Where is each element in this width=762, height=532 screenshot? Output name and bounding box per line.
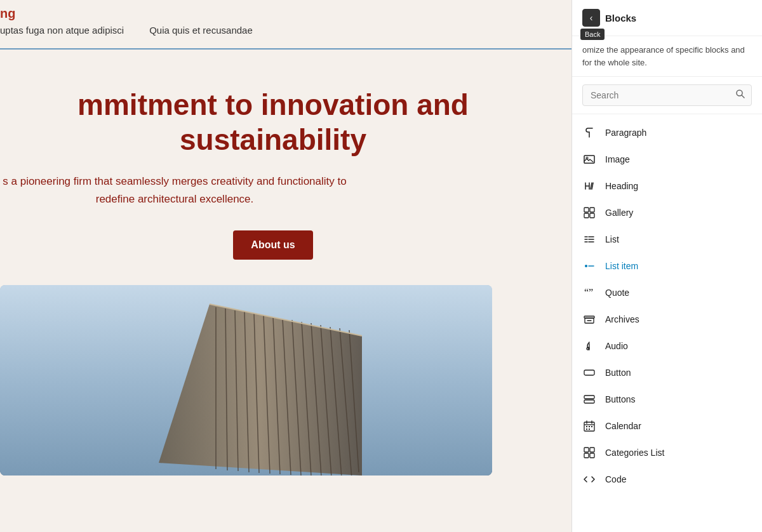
svg-rect-52	[590, 448, 594, 452]
sidebar-description: omize the appearance of specific blocks …	[572, 36, 762, 77]
back-button[interactable]: ‹ Back	[582, 9, 600, 27]
audio-icon	[582, 339, 596, 353]
search-icon	[735, 89, 745, 102]
block-item-archives[interactable]: Archives	[572, 306, 762, 333]
svg-point-32	[585, 265, 587, 267]
blocks-list: Paragraph Image Heading	[572, 114, 762, 498]
chevron-left-icon: ‹	[590, 13, 593, 23]
hero-section: mmitment to innovation and sustainabilit…	[0, 50, 572, 285]
block-item-calendar[interactable]: Calendar	[572, 413, 762, 439]
block-label-button: Button	[605, 368, 631, 378]
svg-line-19	[742, 95, 744, 98]
svg-rect-41	[584, 400, 594, 403]
list-icon	[582, 232, 596, 246]
buttons-icon	[582, 392, 596, 406]
block-label-heading: Heading	[605, 181, 638, 191]
block-item-audio[interactable]: Audio	[572, 333, 762, 359]
block-label-list-item: List item	[605, 261, 638, 271]
block-label-code: Code	[605, 474, 626, 484]
block-item-image[interactable]: Image	[572, 146, 762, 173]
block-label-paragraph: Paragraph	[605, 128, 646, 138]
block-label-buttons: Buttons	[605, 394, 635, 404]
hero-description: s a pioneering firm that seamlessly merg…	[0, 173, 349, 207]
block-item-button[interactable]: Button	[572, 359, 762, 386]
about-us-button[interactable]: About us	[233, 230, 312, 260]
block-item-gallery[interactable]: Gallery	[572, 199, 762, 226]
top-nav: ng uptas fuga non atque adipisci Quia qu…	[0, 0, 572, 50]
categories-list-icon	[582, 446, 596, 460]
svg-rect-40	[584, 396, 594, 399]
svg-rect-24	[584, 213, 589, 218]
main-content: ng uptas fuga non atque adipisci Quia qu…	[0, 0, 572, 532]
svg-text:“”: “”	[584, 287, 593, 298]
image-icon	[582, 152, 596, 166]
block-label-calendar: Calendar	[605, 421, 641, 431]
sidebar-header: ‹ Back Blocks	[572, 0, 762, 36]
search-input[interactable]	[582, 84, 752, 106]
block-item-quote[interactable]: “” Quote	[572, 279, 762, 306]
button-icon	[582, 366, 596, 380]
svg-rect-47	[589, 426, 590, 427]
svg-rect-48	[591, 426, 592, 427]
quote-icon: “”	[582, 286, 596, 300]
search-wrapper	[582, 84, 752, 106]
block-item-buttons[interactable]: Buttons	[572, 386, 762, 413]
code-icon	[582, 472, 596, 486]
paragraph-icon	[582, 126, 596, 140]
block-label-gallery: Gallery	[605, 208, 633, 218]
calendar-icon	[582, 419, 596, 433]
list-item-icon	[582, 259, 596, 273]
block-item-categories-list[interactable]: Categories List	[572, 439, 762, 466]
svg-rect-25	[590, 213, 594, 218]
svg-rect-53	[584, 453, 589, 458]
block-label-quote: Quote	[605, 288, 629, 298]
hero-title: mmitment to innovation and sustainabilit…	[0, 88, 546, 157]
block-label-image: Image	[605, 154, 630, 164]
block-item-list-item[interactable]: List item	[572, 253, 762, 279]
nav-link-2[interactable]: Quia quis et recusandae	[149, 25, 253, 36]
archives-icon	[582, 312, 596, 326]
block-label-audio: Audio	[605, 341, 628, 351]
block-item-code[interactable]: Code	[572, 466, 762, 493]
svg-rect-49	[586, 429, 587, 430]
svg-rect-23	[590, 208, 594, 212]
nav-link-1[interactable]: uptas fuga non atque adipisci	[0, 25, 124, 36]
sidebar: ‹ Back Blocks omize the appearance of sp…	[572, 0, 762, 532]
block-item-paragraph[interactable]: Paragraph	[572, 119, 762, 146]
block-item-list[interactable]: List	[572, 226, 762, 253]
block-item-heading[interactable]: Heading	[572, 173, 762, 199]
block-label-categories-list: Categories List	[605, 448, 664, 458]
svg-rect-50	[589, 429, 590, 430]
svg-rect-51	[584, 448, 589, 452]
search-container	[572, 77, 762, 114]
nav-links: uptas fuga non atque adipisci Quia quis …	[0, 25, 572, 42]
svg-rect-46	[586, 426, 587, 427]
svg-rect-22	[584, 208, 589, 212]
page-heading: ng	[0, 6, 572, 25]
gallery-icon	[582, 206, 596, 220]
block-label-list: List	[605, 234, 619, 244]
heading-icon	[582, 179, 596, 193]
sidebar-title: Blocks	[605, 13, 636, 23]
svg-rect-54	[590, 453, 594, 458]
svg-rect-39	[584, 370, 594, 375]
block-label-archives: Archives	[605, 314, 639, 324]
building-image	[0, 285, 492, 475]
back-tooltip: Back	[580, 29, 605, 40]
